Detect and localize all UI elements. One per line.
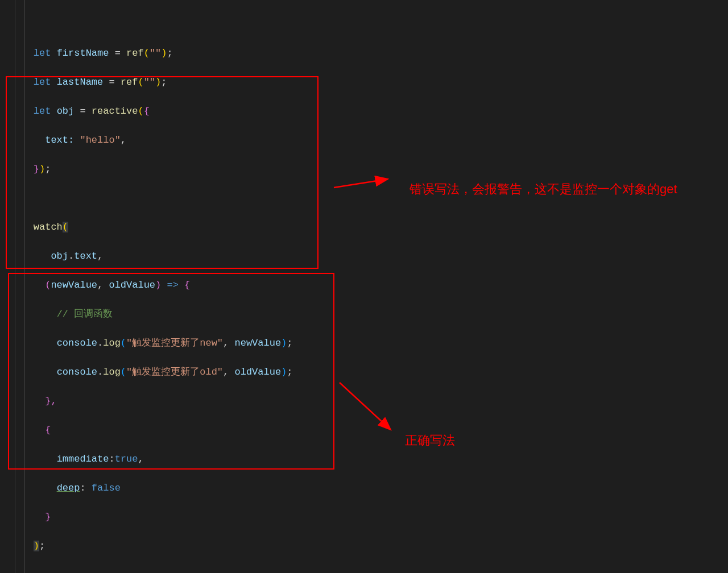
code-line: }); <box>10 162 728 177</box>
code-line: console.log("触发监控更新了old", oldValue); <box>10 365 728 380</box>
code-editor[interactable]: let firstName = ref(""); let lastName = … <box>0 0 728 573</box>
code-line: deep: false <box>10 481 728 496</box>
code-line: console.log("触发监控更新了new", newValue); <box>10 336 728 351</box>
code-line: obj.text, <box>10 249 728 264</box>
code-line <box>10 568 728 574</box>
code-line: }, <box>10 394 728 409</box>
code-line: ); <box>10 539 728 554</box>
code-line: immediate:true, <box>10 452 728 467</box>
annotation-text-correct: 正确写法 <box>405 432 455 450</box>
code-line: let firstName = ref(""); <box>10 46 728 61</box>
code-line: // 回调函数 <box>10 307 728 322</box>
code-line: watch( <box>10 220 728 235</box>
code-line: let lastName = ref(""); <box>10 75 728 90</box>
code-line: } <box>10 510 728 525</box>
code-line: { <box>10 423 728 438</box>
code-line: text: "hello", <box>10 133 728 148</box>
annotation-text-wrong: 错误写法，会报警告，这不是监控一个对象的get <box>410 181 728 198</box>
code-line: (newValue, oldValue) => { <box>10 278 728 293</box>
code-line: let obj = reactive({ <box>10 104 728 119</box>
